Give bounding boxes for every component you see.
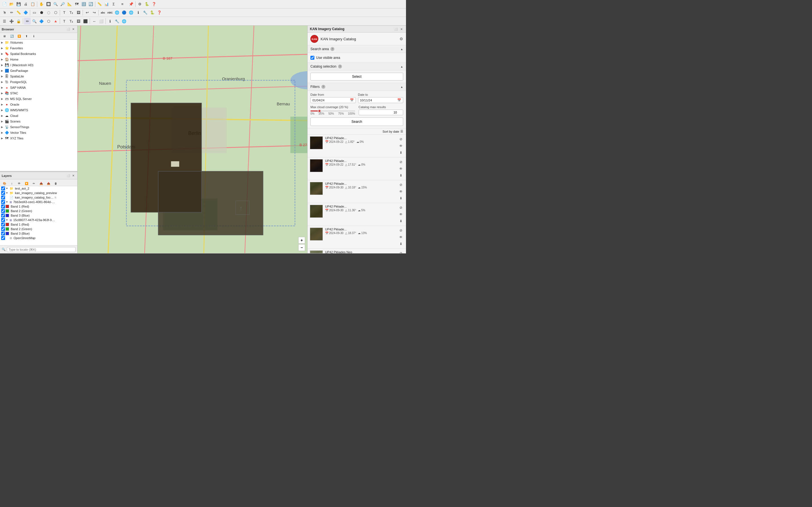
result-download-btn-0[interactable]: ⬇: [398, 150, 404, 156]
zoom-extent-btn[interactable]: 📐: [66, 1, 73, 8]
digitize-btn[interactable]: ✏: [24, 18, 31, 24]
info-btn[interactable]: ℹ: [107, 18, 113, 24]
browser-add-btn[interactable]: 🖥: [1, 33, 8, 40]
catalog-gear-btn[interactable]: ⚙: [400, 37, 403, 41]
browser-item-home[interactable]: ▶ 🏠 Home: [0, 57, 77, 62]
box-btn[interactable]: ⬛: [82, 18, 89, 24]
layer-item-7bb3ed[interactable]: ▼ ⊞ 7bb3ed43-cee1-4081-864d-…: [0, 200, 77, 204]
ruler-btn[interactable]: 📏: [15, 9, 22, 16]
layer-check-band2-green-1[interactable]: [1, 209, 5, 213]
label-btn[interactable]: T: [61, 9, 68, 16]
browser-item-spatialite[interactable]: ▶ 🗄 SpatiaLite: [0, 73, 77, 79]
cloud-slider[interactable]: [310, 110, 355, 112]
layer-item-band2-green-2[interactable]: Band 2 (Green): [0, 227, 77, 231]
layer-item-catalog-foo[interactable]: 📄 kan_imagery_catalog_foo… ⎘: [0, 195, 77, 200]
stats-btn[interactable]: 📊: [103, 1, 110, 8]
browser-close-btn[interactable]: ✕: [71, 27, 75, 32]
layers-export-btn[interactable]: 📤: [45, 180, 52, 187]
layer-item-band3-blue-2[interactable]: Band 3 (Blue): [0, 231, 77, 236]
date-to-input[interactable]: 10/11/24 📅: [358, 97, 403, 103]
new-project-btn[interactable]: 📄: [1, 1, 8, 8]
save-btn[interactable]: 💾: [15, 1, 22, 8]
filters-collapse-btn[interactable]: ▲: [400, 86, 403, 89]
undo-btn[interactable]: ↩: [84, 9, 91, 16]
layers-edit-btn[interactable]: ✏: [31, 180, 37, 187]
edit-btn[interactable]: ✏: [8, 9, 15, 16]
browser-info-btn[interactable]: ℹ: [31, 33, 37, 40]
triangle-btn[interactable]: 🔺: [52, 18, 59, 24]
python-btn[interactable]: 🐍: [144, 1, 150, 8]
move-btn[interactable]: ↔: [91, 18, 98, 24]
layers-delete-btn[interactable]: 🗑: [52, 180, 59, 187]
add-btn[interactable]: ➕: [8, 18, 15, 24]
layer-check-osm[interactable]: [1, 236, 5, 240]
zoom-out-map-btn[interactable]: −: [298, 244, 305, 251]
search-area-collapse-btn[interactable]: ▲: [400, 48, 403, 51]
layer-check-test-aoi[interactable]: [1, 186, 5, 190]
layer-check-band3-blue-1[interactable]: [1, 214, 5, 217]
layers-visibility-btn[interactable]: 👁: [16, 180, 22, 187]
sum-btn[interactable]: Σ: [110, 1, 117, 8]
layer-item-band1-red-2[interactable]: Band 1 (Red): [0, 222, 77, 227]
abc-btn[interactable]: abc: [100, 9, 106, 16]
hexagon-btn[interactable]: ⬡: [45, 18, 52, 24]
net-btn[interactable]: 🌐: [128, 9, 135, 16]
result-download-btn-1[interactable]: ⬇: [398, 173, 404, 178]
zoom-out-btn[interactable]: 🔎: [59, 1, 66, 8]
redo-btn[interactable]: ↪: [91, 9, 98, 16]
layer-item-band1-red-1[interactable]: Band 1 (Red): [0, 204, 77, 209]
vertex-btn[interactable]: T₂: [68, 18, 75, 24]
layers-float-btn[interactable]: ⬜: [66, 173, 70, 178]
catalog-selection-help-icon[interactable]: ?: [338, 64, 342, 68]
browser-item-xyztiles[interactable]: ▶ 🗺 XYZ Tiles: [0, 135, 77, 141]
browser-item-wmswmts[interactable]: ▶ 🌐 WMS/WMTS: [0, 107, 77, 113]
web-btn[interactable]: 🌐: [114, 9, 120, 16]
right-panel-float-btn[interactable]: ⬜: [394, 27, 398, 31]
layer-item-test-aoi[interactable]: ▼ 📁 test_aoi_2: [0, 186, 77, 191]
filters-help-icon[interactable]: ?: [321, 85, 325, 89]
pan-btn[interactable]: ✋: [38, 1, 45, 8]
catalog-selection-section-header[interactable]: Catalog selection ? ▲: [308, 63, 406, 70]
catalog-selection-collapse-btn[interactable]: ▲: [400, 65, 403, 68]
result-no-preview-btn-4[interactable]: ⊘: [398, 228, 404, 233]
polygon-btn[interactable]: 🔷: [22, 9, 29, 16]
result-no-preview-btn-5[interactable]: ⊘: [398, 250, 404, 253]
select-freehand-btn[interactable]: ◌: [45, 9, 52, 16]
catalog-select-btn[interactable]: Select: [310, 73, 403, 80]
browser-item-volumes[interactable]: ▶ 📁 /Volumes: [0, 40, 77, 45]
lock-btn[interactable]: 🔒: [15, 18, 22, 24]
result-download-btn-3[interactable]: ⬇: [398, 218, 404, 224]
select-rect-btn[interactable]: ▭: [31, 9, 38, 16]
layer-check-15c88077[interactable]: [1, 218, 5, 222]
search-area-section-header[interactable]: Search area ? ▲: [308, 45, 406, 53]
layer-item-band2-green-1[interactable]: Band 2 (Green): [0, 209, 77, 213]
help2-btn[interactable]: ❓: [156, 9, 163, 16]
layer-check-band2-green-2[interactable]: [1, 227, 5, 231]
layer-check-band3-blue-2[interactable]: [1, 231, 5, 235]
layer-check-catalog-foo[interactable]: [1, 195, 5, 200]
browser-item-cloud[interactable]: ▶ ☁ Cloud: [0, 113, 77, 119]
sphere-btn[interactable]: 🔵: [121, 9, 128, 16]
layer-item-catalog-preview[interactable]: ▼ 📁 kan_imagery_catalog_preview: [0, 191, 77, 195]
zoom-native-btn[interactable]: 🔢: [80, 1, 87, 8]
python2-btn[interactable]: 🐍: [149, 9, 156, 16]
date-from-input[interactable]: 01/04/24 📅: [310, 97, 356, 103]
layers-order-btn[interactable]: ↕: [8, 180, 15, 187]
zoom-in-map-btn[interactable]: +: [298, 237, 305, 244]
layout-btn[interactable]: ≡: [117, 1, 128, 8]
result-eye-btn-2[interactable]: 👁: [398, 189, 404, 194]
select-poly-btn[interactable]: ⬟: [38, 9, 45, 16]
use-visible-area-checkbox[interactable]: [310, 56, 314, 60]
zoom-layer-btn[interactable]: 🗺: [73, 1, 80, 8]
result-download-btn-2[interactable]: ⬇: [398, 195, 404, 201]
measure-btn[interactable]: 📏: [96, 1, 103, 8]
browser-item-vectortiles[interactable]: ▶ 🔷 Vector Tiles: [0, 130, 77, 135]
open-project-btn[interactable]: 📂: [8, 1, 15, 8]
layer-check-band1-red-2[interactable]: [1, 223, 5, 226]
cursor-btn[interactable]: 🖱: [1, 9, 8, 16]
filters-section-header[interactable]: Filters ? ▲: [308, 83, 406, 91]
zoom-in-btn[interactable]: 🔍: [52, 1, 59, 8]
snap-btn[interactable]: ⬜: [98, 18, 105, 24]
result-no-preview-btn-2[interactable]: ⊘: [398, 182, 404, 187]
browser-item-geopackage[interactable]: ▶ 🟦 GeoPackage: [0, 68, 77, 73]
